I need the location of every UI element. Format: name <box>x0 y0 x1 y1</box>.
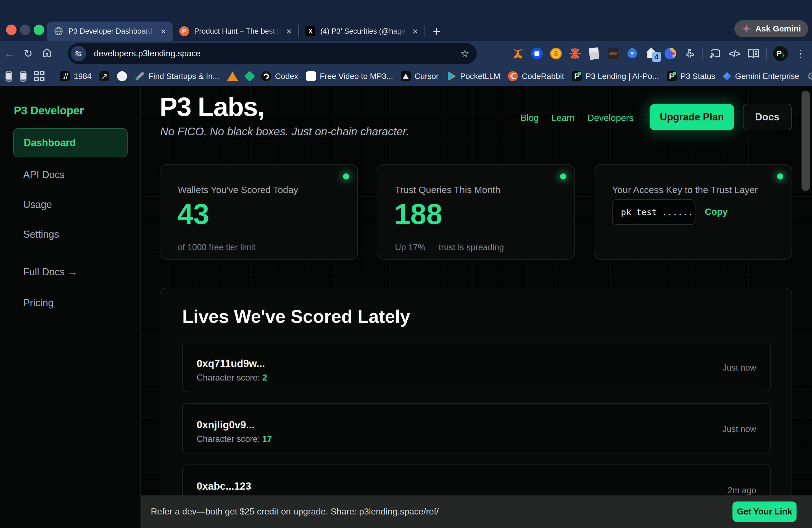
nav-link-learn[interactable]: Learn <box>552 113 575 123</box>
menu-icon[interactable]: ⋮ <box>794 47 807 60</box>
status-dot-icon <box>777 173 783 179</box>
bookmark-star-icon[interactable]: ☆ <box>460 47 469 60</box>
pencil-icon <box>135 71 145 81</box>
tab-close-icon[interactable]: × <box>286 27 292 36</box>
toolbar-divider <box>766 47 767 60</box>
reading-list-icon[interactable] <box>747 47 760 60</box>
notes-icon[interactable] <box>588 47 600 60</box>
get-your-link-button[interactable]: Get Your Link <box>733 501 797 522</box>
bookmark-pocketllm[interactable]: PocketLLM <box>446 71 500 81</box>
tab-group-icon[interactable] <box>20 71 27 82</box>
p3-icon: P <box>572 71 582 81</box>
sidebar-item-settings[interactable]: Settings <box>23 229 59 240</box>
product-hunt-icon: P <box>179 26 189 36</box>
vertical-scrollbar[interactable] <box>801 91 810 191</box>
starburst-icon[interactable] <box>569 47 581 60</box>
tab-p3-dashboard[interactable]: P3 Developer Dashboard | dev × <box>47 21 173 41</box>
bookmark-p3-status[interactable]: P P3 Status <box>667 71 715 81</box>
apps-grid-icon[interactable] <box>34 71 44 82</box>
access-key-label: Your Access Key to the Trust Layer <box>612 185 758 195</box>
bookmark-1984[interactable]: :// 1984 <box>60 71 92 81</box>
tab-group-icon[interactable] <box>5 71 12 82</box>
tag-icon[interactable] <box>626 47 639 60</box>
tab-title: Product Hunt – The best new <box>194 27 281 35</box>
home-badge-icon[interactable]: 4 <box>645 47 657 60</box>
tab-close-icon[interactable]: × <box>412 27 418 36</box>
sidebar-link-pricing[interactable]: Pricing <box>23 297 54 309</box>
bookmark-cursor[interactable]: Cursor <box>401 71 439 81</box>
tab-product-hunt[interactable]: P Product Hunt – The best new × <box>173 21 298 41</box>
triangle-icon <box>227 72 238 81</box>
window-minimize-button[interactable] <box>20 25 30 35</box>
stat-label: Wallets You've Scored Today <box>178 185 298 195</box>
status-dot-icon <box>343 173 349 179</box>
bookmark-mp3[interactable]: ♪ Free Video to MP3... <box>306 71 393 81</box>
referral-banner: Refer a dev—both get $25 credit on upgra… <box>141 495 812 528</box>
nav-link-developers[interactable]: Developers <box>588 113 634 123</box>
sidebar-item-dashboard[interactable]: Dashboard <box>13 128 128 157</box>
play-icon <box>446 71 456 81</box>
window-close-button[interactable] <box>6 25 17 35</box>
stat-card-wallets: Wallets You've Scored Today 43 of 1000 f… <box>160 164 358 260</box>
stat-value: 43 <box>177 198 209 231</box>
puzzle-icon[interactable] <box>683 47 696 60</box>
bookmark-p3-lending[interactable]: P P3 Lending | AI-Po... <box>572 71 659 81</box>
wallet-address: 0xq711ud9w... <box>197 358 265 369</box>
stat-value: 188 <box>394 198 443 231</box>
coin-icon[interactable]: $ <box>550 47 562 60</box>
robot-icon[interactable] <box>607 47 620 60</box>
cast-icon[interactable] <box>709 47 722 60</box>
bookmark-coderabbit[interactable]: ᑡ CodeRabbit <box>508 71 564 81</box>
bookmark-diamond[interactable] <box>246 72 253 80</box>
stat-note: of 1000 free tier limit <box>178 243 256 252</box>
new-tab-button[interactable]: + <box>433 24 440 39</box>
reload-icon[interactable]: ↻ <box>19 47 38 60</box>
ask-gemini-button[interactable]: Ask Gemini <box>735 20 808 37</box>
tab-title: (4) P3' Securities (@hagen_m <box>320 27 407 35</box>
recent-scores-panel: Lives We've Scored Lately 0xq711ud9w... … <box>160 288 792 528</box>
url-text[interactable]: developers.p3lending.space <box>94 48 460 59</box>
back-icon[interactable]: ← <box>0 48 19 60</box>
profile-avatar[interactable]: P3 <box>773 46 788 61</box>
x-twitter-icon: X <box>305 26 315 36</box>
pie-icon[interactable] <box>664 47 677 60</box>
sidebar-item-api-docs[interactable]: API Docs <box>23 169 64 180</box>
stat-note: Up 17% — trust is spreading <box>395 243 504 252</box>
bookmark-triangle[interactable] <box>227 72 238 81</box>
timestamp: Just now <box>723 424 756 434</box>
timestamp: Just now <box>723 363 756 373</box>
api-key-field[interactable]: pk_test_...... <box>612 200 695 225</box>
status-dot-icon <box>560 173 566 179</box>
stat-label: Trust Queries This Month <box>395 185 501 195</box>
wallet-icon[interactable] <box>531 47 543 60</box>
score-row[interactable]: 0xnjlig0v9... Character score: 17 Just n… <box>182 403 771 453</box>
character-score: Character score: 2 <box>197 373 267 383</box>
github-icon: ʘ <box>117 71 127 81</box>
nav-link-blog[interactable]: Blog <box>521 113 539 123</box>
bookmark-find-startups[interactable]: Find Startups & In... <box>135 71 219 81</box>
sidebar-item-usage[interactable]: Usage <box>23 199 52 210</box>
url-bar[interactable]: developers.p3lending.space ☆ <box>68 43 477 64</box>
main-area: P3 Labs, No FICO. No black boxes. Just o… <box>141 86 812 528</box>
page-content: P3 Developer Dashboard API Docs Usage Se… <box>0 86 812 528</box>
copy-button[interactable]: Copy <box>705 207 728 217</box>
code-icon[interactable]: </> <box>728 47 741 60</box>
bookmark-codex[interactable]: Codex <box>261 71 298 81</box>
score-row[interactable]: 0xq711ud9w... Character score: 2 Just no… <box>182 342 771 392</box>
metamask-icon[interactable] <box>511 47 524 60</box>
cursor-icon <box>401 71 411 81</box>
window-zoom-button[interactable] <box>34 25 44 35</box>
gemini-icon <box>723 72 731 80</box>
docs-button[interactable]: Docs <box>743 104 792 130</box>
bookmark-gemini-enterprise[interactable]: Gemini Enterprise <box>723 72 799 81</box>
sidebar-link-full-docs[interactable]: Full Docs → <box>23 266 77 278</box>
upgrade-plan-button[interactable]: Upgrade Plan <box>650 104 734 130</box>
gear-icon: ⚙ <box>807 71 812 82</box>
bookmark-github[interactable]: ʘ <box>117 71 127 81</box>
tab-x-securities[interactable]: X (4) P3' Securities (@hagen_m × <box>299 21 424 41</box>
bookmark-share[interactable]: ↗ <box>99 71 110 81</box>
header-nav: Blog Learn Developers <box>521 113 634 123</box>
tab-close-icon[interactable]: × <box>160 27 166 36</box>
home-icon[interactable] <box>38 47 56 60</box>
tune-icon[interactable] <box>71 46 86 61</box>
